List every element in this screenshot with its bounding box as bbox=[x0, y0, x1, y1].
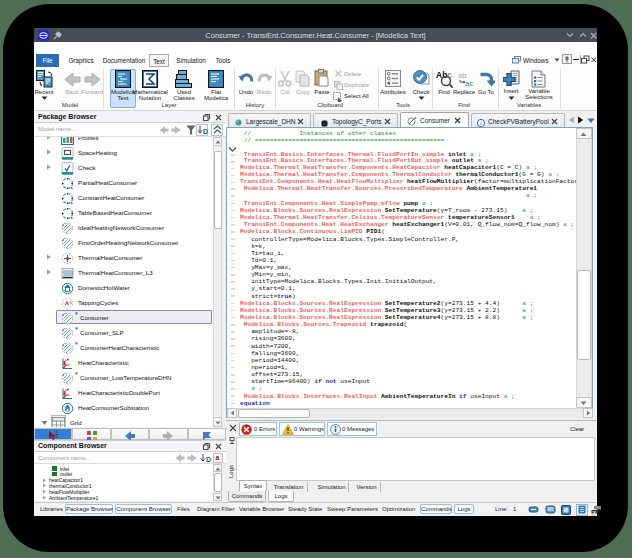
svg-text:D: D bbox=[206, 456, 211, 463]
svg-text:*: * bbox=[414, 117, 417, 122]
svg-text:ac: ac bbox=[465, 79, 473, 88]
svg-text:D: D bbox=[203, 128, 208, 135]
